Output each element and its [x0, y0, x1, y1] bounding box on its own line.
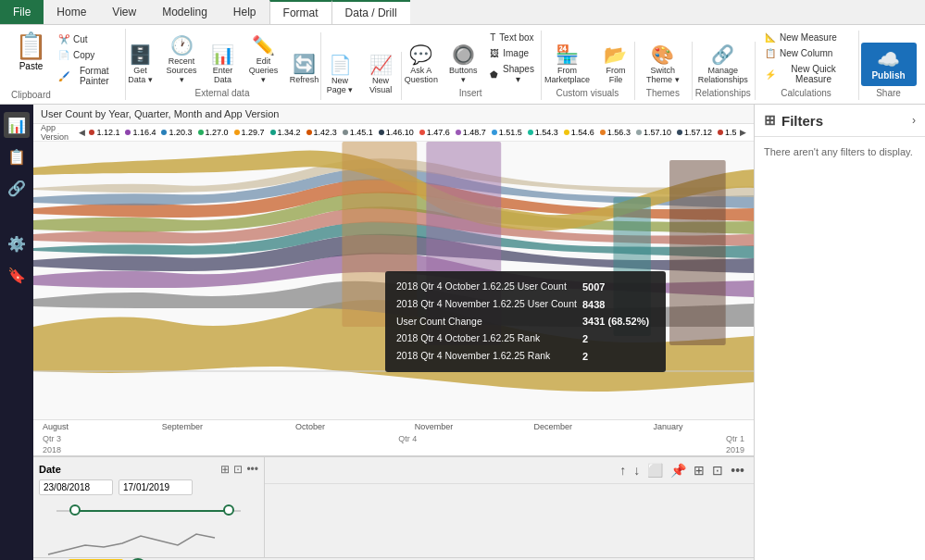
new-visual-button[interactable]: 📈 NewVisual	[362, 52, 399, 96]
format-painter-button[interactable]: 🖌️ Format Painter	[55, 64, 119, 88]
legend-item[interactable]: 1.29.7	[234, 128, 265, 137]
get-data-button[interactable]: 🗄️ GetData ▾	[121, 42, 158, 86]
custom-visuals-group: 🏪 FromMarketplace 📂 FromFile Custom visu…	[544, 42, 635, 100]
slider-thumb-left[interactable]	[69, 504, 81, 516]
get-data-icon: 🗄️	[129, 44, 152, 66]
edit-queries-button[interactable]: ✏️ EditQueries ▾	[245, 32, 282, 86]
date-from-input[interactable]	[39, 479, 113, 495]
expand-button[interactable]: ⬜	[645, 461, 665, 479]
legend-item[interactable]: 1.56.3	[600, 128, 631, 137]
more-options-icon[interactable]: •••	[246, 463, 258, 476]
sidebar-icon-relationships[interactable]: 🔗	[4, 175, 30, 201]
legend-scroll-left[interactable]: ◀	[79, 128, 85, 137]
ribbon-tabs: File Home View Modeling Help Format Data…	[0, 0, 925, 25]
new-measure-button[interactable]: 📐 New Measure	[761, 31, 841, 44]
filters-empty-message: There aren't any filters to display.	[764, 146, 913, 157]
recent-sources-button[interactable]: 🕐 RecentSources ▾	[162, 32, 200, 86]
filters-collapse-button[interactable]: ›	[912, 114, 916, 127]
new-quick-measure-button[interactable]: ⚡ New Quick Measure	[761, 62, 851, 86]
from-marketplace-button[interactable]: 🏪 FromMarketplace	[541, 42, 594, 86]
legend-item[interactable]: 1.54.6	[564, 128, 594, 137]
focus-vis-button[interactable]: ⊡	[710, 461, 725, 479]
legend-item[interactable]: 1.58.12	[718, 128, 736, 137]
mini-sparkline	[39, 527, 258, 560]
tab-datadrill[interactable]: Data / Drill	[332, 0, 410, 24]
sidebar-icon-report[interactable]: 📊	[4, 112, 30, 138]
legend-item[interactable]: 1.45.1	[343, 128, 373, 137]
buttons-button[interactable]: 🔘 Buttons ▾	[444, 42, 482, 86]
refresh-icon: 🔄	[293, 53, 316, 75]
tab-modeling[interactable]: Modeling	[149, 0, 220, 24]
filter-header: Date ⊞ ⊡ •••	[39, 463, 258, 476]
pin-button[interactable]: 📌	[669, 461, 688, 479]
legend-item[interactable]: 1.16.4	[125, 128, 156, 137]
paste-button[interactable]: 📋 Paste	[11, 29, 51, 73]
sidebar-icon-filter[interactable]: ⚙️	[4, 230, 30, 256]
textbox-button[interactable]: T Text box	[486, 31, 538, 44]
manage-relationships-button[interactable]: 🔗 ManageRelationships	[694, 42, 752, 86]
shapes-button[interactable]: ⬟ Shapes ▾	[486, 62, 538, 86]
more-vis-button[interactable]: •••	[729, 461, 746, 479]
legend-item[interactable]: 1.42.3	[306, 128, 337, 137]
focus-mode-icon[interactable]: ⊡	[233, 463, 243, 476]
legend-item[interactable]: 1.46.10	[379, 128, 414, 137]
new-page-button[interactable]: 📄 NewPage ▾	[321, 52, 358, 96]
month-december: December	[534, 422, 626, 431]
legend-item[interactable]: 1.47.6	[419, 128, 450, 137]
ask-question-button[interactable]: 💬 Ask AQuestion	[403, 42, 440, 86]
legend-item[interactable]: 1.27.0	[198, 128, 229, 137]
share-group: ☁️ Publish Share	[861, 43, 919, 100]
external-data-group: 🗄️ GetData ▾ 🕐 RecentSources ▾ 📊 EnterDa…	[128, 32, 322, 100]
filter-icons: ⊞ ⊡ •••	[220, 463, 258, 476]
filter-icon[interactable]: ⊞	[220, 463, 230, 476]
tab-home[interactable]: Home	[44, 0, 99, 24]
filter-vis-button[interactable]: ⊞	[692, 461, 706, 479]
publish-button[interactable]: ☁️ Publish	[861, 43, 917, 86]
svg-rect-4	[613, 197, 650, 336]
sidebar-icon-data[interactable]: 📋	[4, 143, 30, 169]
copy-icon: 📄	[58, 50, 69, 60]
paste-icon: 📋	[15, 31, 47, 61]
tab-view[interactable]: View	[99, 0, 149, 24]
streamgraph-svg	[33, 142, 754, 419]
refresh-button[interactable]: 🔄 Refresh	[286, 51, 323, 86]
legend-item[interactable]: 1.12.1	[89, 128, 119, 137]
tab-format[interactable]: Format	[269, 0, 332, 24]
legend-scroll-right[interactable]: ▶	[740, 128, 746, 137]
enter-data-button[interactable]: 📊 EnterData	[205, 42, 242, 86]
new-page-icon: 📄	[329, 54, 352, 76]
month-november: November	[415, 422, 506, 431]
copy-button[interactable]: 📄 Copy	[55, 48, 119, 62]
tab-file[interactable]: File	[0, 0, 44, 24]
from-file-button[interactable]: 📂 FromFile	[597, 42, 634, 86]
x-axis-year: 2018 2019	[33, 444, 754, 455]
legend-item[interactable]: 1.51.5	[492, 128, 522, 137]
slider-thumb-right[interactable]	[223, 504, 234, 516]
legend-item[interactable]: 1.20.3	[161, 128, 192, 137]
page-group: 📄 NewPage ▾ 📈 NewVisual	[323, 52, 401, 100]
new-column-button[interactable]: 📋 New Column	[761, 46, 836, 60]
slider-fill	[72, 510, 226, 512]
cut-button[interactable]: ✂️ Cut	[55, 32, 119, 46]
legend-item[interactable]: 1.54.3	[528, 128, 558, 137]
filters-title-text: Filters	[781, 113, 823, 129]
edit-queries-icon: ✏️	[252, 34, 275, 56]
legend-item[interactable]: 1.48.7	[456, 128, 486, 137]
sort-desc-button[interactable]: ↓	[631, 461, 642, 479]
switch-theme-button[interactable]: 🎨 SwitchTheme ▾	[643, 42, 683, 86]
x-axis-quarters: Qtr 3 Qtr 4 Qtr 1	[33, 433, 754, 444]
legend-item[interactable]: 1.34.2	[270, 128, 301, 137]
chart-title: User Count by Year, Quarter, Month and A…	[41, 108, 279, 119]
bottom-filter-section: Date ⊞ ⊡ •••	[33, 457, 265, 557]
legend-items-container: 1.12.11.16.41.20.31.27.01.29.71.34.21.42…	[89, 128, 736, 137]
date-to-input[interactable]	[119, 479, 193, 495]
tab-help[interactable]: Help	[220, 0, 269, 24]
legend-item[interactable]: 1.57.12	[677, 128, 712, 137]
image-button[interactable]: 🖼 Image	[486, 46, 538, 60]
relationships-icon: 🔗	[711, 44, 734, 66]
legend-item[interactable]: 1.57.10	[636, 128, 671, 137]
date-slider	[39, 501, 258, 523]
sort-asc-button[interactable]: ↑	[618, 461, 628, 479]
sidebar-icon-bookmarks[interactable]: 🔖	[4, 262, 30, 288]
marketplace-icon: 🏪	[556, 44, 579, 66]
